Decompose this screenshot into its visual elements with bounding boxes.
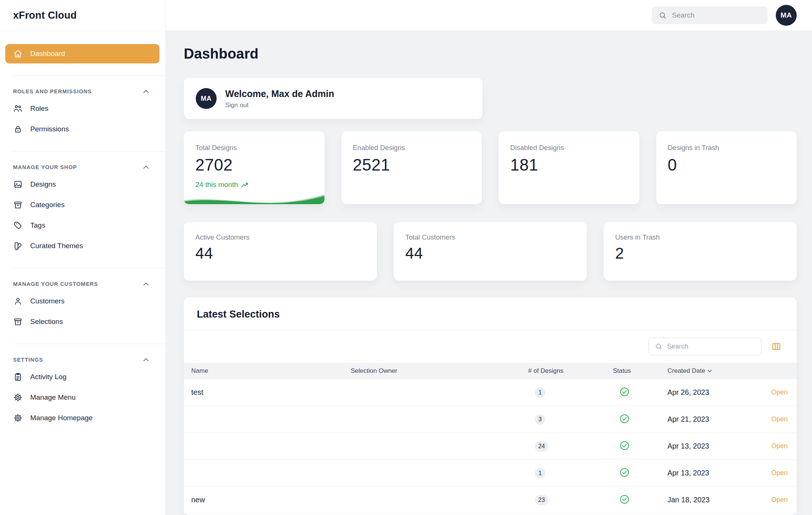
stat-card-enabled-designs: Enabled Designs 2521: [341, 131, 482, 204]
table-header: Name Selection Owner # of Designs Status…: [184, 363, 797, 379]
designs-count-badge: 1: [535, 468, 545, 478]
section-settings[interactable]: SETTINGS: [13, 357, 149, 363]
sidebar-item-manage-menu[interactable]: Manage Menu: [0, 387, 165, 408]
stat-label: Total Customers: [405, 233, 575, 241]
stat-trend: 24 this month: [195, 181, 313, 189]
section-manage-your-shop[interactable]: MANAGE YOUR SHOP: [13, 164, 149, 170]
sidebar-item-permissions[interactable]: Permissions: [0, 119, 165, 139]
sidebar-item-selections[interactable]: Selections: [0, 311, 165, 332]
welcome-avatar: MA: [196, 88, 217, 109]
trend-label: 24 this month: [195, 181, 238, 189]
table-row: 24 Apr 13, 2023 Open: [184, 433, 797, 460]
status-check-icon: [619, 440, 630, 451]
person-icon: [13, 296, 23, 306]
col-header-status[interactable]: Status: [613, 367, 667, 375]
stat-value: 2521: [353, 156, 471, 174]
table-row: 3 Apr 21, 2023 Open: [184, 406, 797, 433]
open-link[interactable]: Open: [765, 496, 788, 504]
lock-icon: [13, 124, 23, 134]
cell-name: new: [191, 496, 351, 504]
stat-value: 44: [405, 244, 575, 262]
global-search[interactable]: [652, 6, 768, 24]
sidebar-item-roles[interactable]: Roles: [0, 98, 165, 119]
sidebar-item-label: Activity Log: [30, 373, 66, 381]
sidebar-item-label: Roles: [30, 104, 49, 113]
welcome-card: MA Welcome, Max de Admin Sign out: [184, 78, 483, 119]
sidebar: xFront Cloud Dashboard ROLES AND PERMISS…: [0, 0, 166, 515]
section-header-label: SETTINGS: [13, 357, 43, 363]
stat-value: 2702: [195, 156, 313, 174]
clipboard-icon: [13, 372, 23, 382]
open-link[interactable]: Open: [765, 388, 788, 396]
sidebar-item-manage-homepage[interactable]: Manage Homepage: [0, 408, 165, 428]
col-header-owner[interactable]: Selection Owner: [351, 367, 528, 375]
designs-count-badge: 23: [535, 495, 548, 505]
sidebar-item-label: Tags: [30, 221, 45, 230]
col-header-name[interactable]: Name: [191, 367, 351, 375]
tag-icon: [13, 221, 23, 230]
stat-card-total-customers: Total Customers 44: [394, 222, 587, 281]
stat-card-users-in-trash: Users in Trash 2: [604, 222, 797, 281]
users-icon: [13, 104, 23, 113]
stat-label: Users in Trash: [615, 233, 785, 241]
sidebar-item-dashboard[interactable]: Dashboard: [5, 44, 159, 63]
col-header-created-date[interactable]: Created Date: [667, 367, 765, 375]
table-row: 1 Apr 13, 2023 Open: [184, 460, 797, 487]
sidebar-item-tags[interactable]: Tags: [0, 215, 165, 235]
open-link[interactable]: Open: [765, 442, 788, 450]
sign-out-link[interactable]: Sign out: [225, 102, 334, 109]
swatch-icon: [13, 241, 23, 251]
sidebar-item-designs[interactable]: Designs: [0, 174, 165, 194]
status-check-icon: [619, 494, 630, 505]
stat-value: 44: [195, 244, 365, 262]
sidebar-item-activity-log[interactable]: Activity Log: [0, 366, 165, 387]
sidebar-item-label: Manage Homepage: [30, 414, 93, 422]
image-icon: [13, 180, 23, 189]
section-header-label: MANAGE YOUR CUSTOMERS: [13, 281, 98, 287]
cell-created-date: Apr 21, 2023: [667, 415, 765, 424]
stat-value: 181: [510, 156, 628, 174]
open-link[interactable]: Open: [765, 469, 788, 477]
panel-title: Latest Selections: [184, 297, 797, 330]
cell-created-date: Apr 26, 2023: [667, 388, 765, 397]
search-input[interactable]: [672, 11, 763, 19]
sidebar-item-curated-themes[interactable]: Curated Themes: [0, 235, 165, 256]
sidebar-item-label: Selections: [30, 318, 63, 326]
cell-created-date: Jan 18, 2023: [667, 496, 765, 504]
designs-count-badge: 1: [535, 387, 545, 398]
section-header-label: ROLES AND PERMISSIONS: [13, 88, 92, 94]
sidebar-divider: [12, 151, 165, 152]
sidebar-item-customers[interactable]: Customers: [0, 291, 165, 311]
col-header-label: Created Date: [667, 367, 705, 375]
sidebar-item-label: Designs: [30, 180, 56, 188]
latest-selections-panel: Latest Selections Name Selection Owner: [184, 297, 797, 515]
col-header-designs[interactable]: # of Designs: [528, 367, 613, 375]
table-search-input[interactable]: [667, 343, 755, 350]
cell-name: test: [191, 388, 351, 397]
sidebar-item-categories[interactable]: Categories: [0, 194, 165, 215]
cell-created-date: Apr 13, 2023: [667, 442, 765, 450]
chevron-down-icon: [707, 369, 712, 372]
columns-icon[interactable]: [771, 341, 781, 352]
open-link[interactable]: Open: [765, 415, 788, 423]
status-check-icon: [619, 467, 630, 478]
status-check-icon: [619, 413, 630, 424]
stats-row-customers: Active Customers 44 Total Customers 44 U…: [184, 222, 797, 281]
section-manage-your-customers[interactable]: MANAGE YOUR CUSTOMERS: [13, 281, 149, 287]
chevron-up-icon: [143, 165, 149, 169]
sidebar-item-label: Customers: [30, 297, 65, 305]
sidebar-item-label: Permissions: [30, 125, 69, 133]
stat-label: Disabled Designs: [510, 144, 628, 152]
stat-card-designs-in-trash: Designs in Trash 0: [656, 131, 797, 204]
sidebar-divider: [12, 344, 165, 344]
stat-label: Active Customers: [195, 233, 365, 241]
table-search[interactable]: [648, 338, 762, 355]
main-content: Dashboard MA Welcome, Max de Admin Sign …: [166, 0, 812, 515]
stat-value: 0: [668, 156, 785, 174]
search-icon: [655, 343, 663, 350]
user-avatar[interactable]: MA: [776, 5, 797, 26]
chevron-up-icon: [143, 358, 149, 362]
section-roles-and-permissions[interactable]: ROLES AND PERMISSIONS: [13, 88, 149, 94]
table-row: new 23 Jan 18, 2023 Open: [184, 487, 797, 514]
stat-label: Designs in Trash: [668, 144, 785, 152]
